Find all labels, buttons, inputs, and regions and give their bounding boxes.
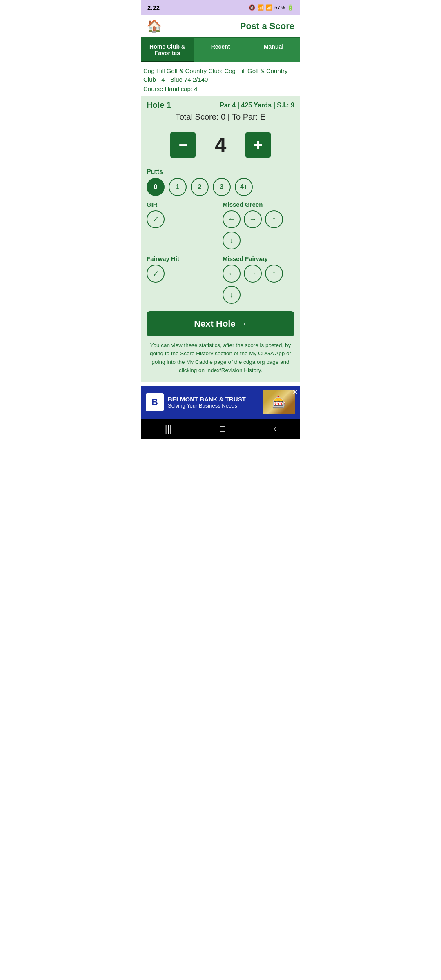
ad-tagline: Solving Your Business Needs bbox=[168, 403, 246, 409]
course-handicap: Course Handicap: 4 bbox=[143, 85, 298, 92]
gir-check[interactable]: ✓ bbox=[147, 210, 165, 228]
gir-label: GIR bbox=[147, 201, 218, 208]
ad-logo: B bbox=[146, 393, 164, 411]
status-bar: 2:22 🔇 📶 📶 57% 🔋 bbox=[141, 0, 300, 15]
missed-green-up[interactable]: ↑ bbox=[265, 210, 283, 228]
ad-content: BELMONT BANK & TRUST Solving Your Busine… bbox=[168, 396, 246, 409]
course-info: Cog Hill Golf & Country Club: Cog Hill G… bbox=[141, 62, 300, 95]
missed-green-left[interactable]: ← bbox=[223, 210, 241, 228]
page-title: Post a Score bbox=[240, 21, 294, 31]
divider-2 bbox=[147, 164, 294, 164]
divider-1 bbox=[147, 126, 294, 126]
app-header: 🏠 Post a Score bbox=[141, 15, 300, 38]
tab-bar: Home Club & Favorites Recent Manual bbox=[141, 38, 300, 62]
missed-fairway-right[interactable]: → bbox=[244, 265, 262, 283]
fairway-check[interactable]: ✓ bbox=[147, 265, 165, 283]
nav-menu-icon[interactable]: ||| bbox=[165, 423, 172, 434]
status-time: 2:22 bbox=[147, 4, 160, 11]
missed-fairway-label: Missed Fairway bbox=[223, 255, 294, 262]
nav-back-icon[interactable]: ‹ bbox=[273, 423, 276, 434]
home-icon[interactable]: 🏠 bbox=[147, 19, 162, 33]
ad-close-button[interactable]: ✕ bbox=[292, 388, 298, 396]
total-score-display: Total Score: 0 | To Par: E bbox=[147, 112, 294, 122]
putts-row: 0 1 2 3 4+ bbox=[147, 178, 294, 196]
next-hole-button[interactable]: Next Hole → bbox=[147, 311, 294, 336]
gir-section: GIR ✓ bbox=[147, 201, 218, 249]
score-stepper: − 4 + bbox=[147, 132, 294, 158]
gir-row: ✓ bbox=[147, 210, 218, 228]
battery-indicator: 57% bbox=[274, 4, 285, 11]
nav-home-icon[interactable]: □ bbox=[220, 423, 225, 434]
mute-icon: 🔇 bbox=[249, 4, 255, 11]
info-text: You can view these statistics, after the… bbox=[147, 341, 294, 374]
hole-details: Par 4 | 425 Yards | S.I.: 9 bbox=[220, 102, 294, 109]
fairway-label: Fairway Hit bbox=[147, 255, 218, 262]
nav-bar: ||| □ ‹ bbox=[141, 419, 300, 439]
putt-option-0[interactable]: 0 bbox=[147, 178, 165, 196]
putt-option-4plus[interactable]: 4+ bbox=[235, 178, 253, 196]
fairway-row: ✓ bbox=[147, 265, 218, 283]
ad-banner: B BELMONT BANK & TRUST Solving Your Busi… bbox=[141, 386, 300, 419]
missed-fairway-left[interactable]: ← bbox=[223, 265, 241, 283]
missed-green-down[interactable]: ↓ bbox=[223, 232, 241, 249]
hole-number: Hole 1 bbox=[147, 100, 171, 110]
tab-home-club[interactable]: Home Club & Favorites bbox=[141, 38, 194, 62]
missed-green-section: Missed Green ← → ↑ ↓ bbox=[223, 201, 294, 249]
fairway-section: Fairway Hit ✓ bbox=[147, 255, 218, 304]
putt-option-2[interactable]: 2 bbox=[191, 178, 209, 196]
status-icons: 🔇 📶 📶 57% 🔋 bbox=[249, 4, 294, 11]
missed-fairway-row: ← → ↑ ↓ bbox=[223, 265, 294, 304]
putts-section: Putts 0 1 2 3 4+ bbox=[147, 168, 294, 196]
ad-image: 🎰 bbox=[263, 390, 295, 414]
missed-green-row: ← → ↑ ↓ bbox=[223, 210, 294, 249]
tab-recent[interactable]: Recent bbox=[194, 38, 247, 62]
gir-missed-green-grid: GIR ✓ Missed Green ← → ↑ ↓ bbox=[147, 201, 294, 249]
putt-option-1[interactable]: 1 bbox=[169, 178, 187, 196]
putts-label: Putts bbox=[147, 168, 294, 176]
current-score: 4 bbox=[208, 133, 233, 157]
fairway-missed-fairway-grid: Fairway Hit ✓ Missed Fairway ← → ↑ ↓ bbox=[147, 255, 294, 304]
battery-icon: 🔋 bbox=[287, 4, 294, 11]
missed-fairway-up[interactable]: ↑ bbox=[265, 265, 283, 283]
ad-left: B BELMONT BANK & TRUST Solving Your Busi… bbox=[146, 393, 246, 411]
missed-fairway-section: Missed Fairway ← → ↑ ↓ bbox=[223, 255, 294, 304]
scoring-area: Hole 1 Par 4 | 425 Yards | S.I.: 9 Total… bbox=[141, 96, 300, 382]
wifi-icon: 📶 bbox=[257, 4, 264, 11]
tab-manual[interactable]: Manual bbox=[247, 38, 300, 62]
missed-fairway-down[interactable]: ↓ bbox=[223, 286, 241, 304]
ad-bank-name: BELMONT BANK & TRUST bbox=[168, 396, 246, 403]
putt-option-3[interactable]: 3 bbox=[213, 178, 231, 196]
hole-header: Hole 1 Par 4 | 425 Yards | S.I.: 9 bbox=[147, 100, 294, 110]
decrement-button[interactable]: − bbox=[170, 132, 196, 158]
course-name: Cog Hill Golf & Country Club: Cog Hill G… bbox=[143, 67, 298, 84]
missed-green-right[interactable]: → bbox=[244, 210, 262, 228]
signal-icon: 📶 bbox=[266, 4, 272, 11]
increment-button[interactable]: + bbox=[245, 132, 271, 158]
missed-green-label: Missed Green bbox=[223, 201, 294, 208]
